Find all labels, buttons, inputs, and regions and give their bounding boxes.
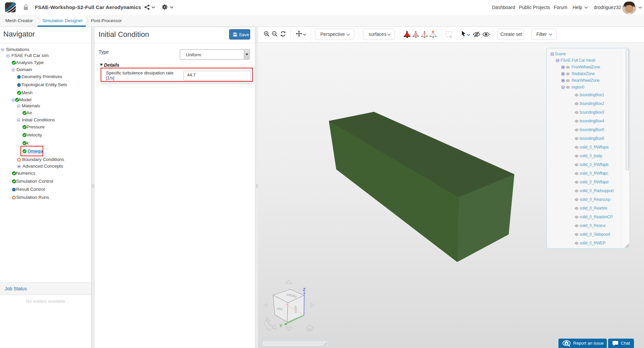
svg-text:Y: Y [279,323,282,328]
svg-text:Z: Z [303,287,306,292]
